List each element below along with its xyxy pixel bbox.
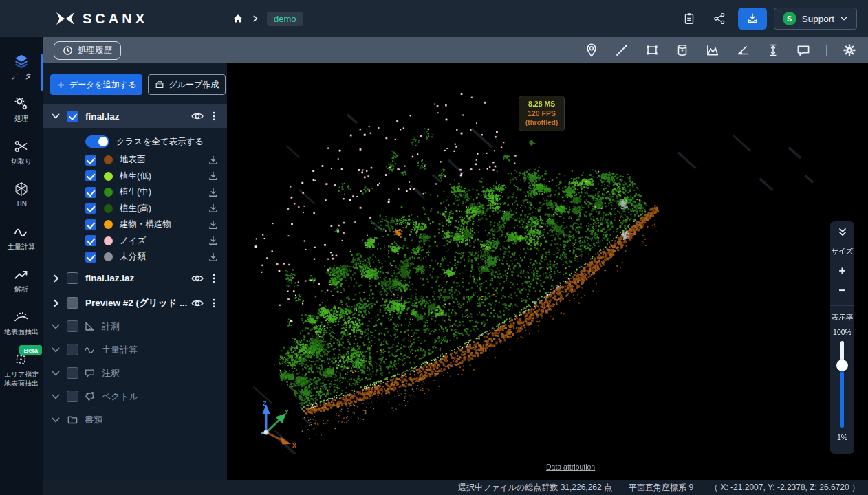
class-row: 地表面 bbox=[43, 152, 227, 168]
point-size-label: サイズ bbox=[831, 247, 853, 256]
app-logo[interactable]: SCANX bbox=[55, 11, 148, 27]
sidebar-item-analysis[interactable]: 解析 bbox=[0, 267, 43, 294]
download-icon[interactable] bbox=[208, 235, 219, 246]
support-button[interactable]: S Support bbox=[774, 8, 857, 30]
layer-row-final-laz-laz[interactable]: final.laz.laz bbox=[43, 267, 227, 290]
sidebar-item-tin[interactable]: TIN bbox=[0, 182, 43, 208]
wave-icon bbox=[84, 344, 96, 355]
home-icon[interactable] bbox=[232, 13, 243, 24]
class-row: 植生(中) bbox=[43, 184, 227, 201]
class-checkbox[interactable] bbox=[85, 219, 96, 230]
display-rate-slider[interactable] bbox=[836, 341, 849, 428]
install-button[interactable] bbox=[738, 8, 767, 30]
data-icon bbox=[14, 54, 29, 69]
section-checkbox[interactable] bbox=[67, 390, 78, 402]
tool-distance-measure-icon[interactable] bbox=[614, 43, 629, 58]
scanx-logo-icon bbox=[55, 11, 76, 26]
add-data-button[interactable]: データを追加する bbox=[50, 74, 142, 95]
clipboard-icon[interactable] bbox=[677, 7, 701, 30]
more-menu-icon[interactable] bbox=[208, 298, 219, 309]
tool-profile-measure-icon[interactable] bbox=[705, 43, 720, 58]
data-attribution-link[interactable]: Data attribution bbox=[546, 463, 595, 471]
more-menu-icon[interactable] bbox=[208, 273, 219, 284]
class-checkbox[interactable] bbox=[85, 187, 96, 198]
section-checkbox[interactable] bbox=[67, 320, 78, 332]
sidebar-item-label: TIN bbox=[12, 199, 30, 208]
panel-divider bbox=[830, 305, 854, 306]
tin-icon bbox=[14, 182, 29, 197]
sidebar-item-ground-extract[interactable]: 地表面抽出 bbox=[0, 309, 43, 336]
download-icon[interactable] bbox=[208, 203, 219, 214]
class-checkbox[interactable] bbox=[85, 203, 96, 214]
chevron-down-icon[interactable] bbox=[50, 415, 61, 426]
tool-height-measure-icon[interactable] bbox=[766, 43, 781, 58]
section-row-documents[interactable]: 書類 bbox=[43, 408, 227, 432]
sidebar-item-data[interactable]: データ bbox=[0, 54, 43, 80]
section-row-vector[interactable]: ベクトル bbox=[43, 385, 227, 408]
download-icon[interactable] bbox=[208, 219, 219, 230]
more-menu-icon[interactable] bbox=[208, 111, 219, 122]
class-row: 未分類 bbox=[43, 249, 227, 265]
download-icon[interactable] bbox=[208, 155, 219, 166]
class-checkbox[interactable] bbox=[85, 235, 96, 246]
cursor-coordinates: （ X: -21.2007, Y: -2.2378, Z: 26.6720 ） bbox=[710, 482, 860, 494]
collapse-panel-icon[interactable] bbox=[836, 227, 849, 238]
section-row-annotation[interactable]: 注釈 bbox=[43, 362, 227, 385]
download-icon[interactable] bbox=[208, 187, 219, 198]
sidebar-item-process[interactable]: 処理 bbox=[0, 96, 43, 123]
sidebar-item-clip[interactable]: 切取り bbox=[0, 139, 43, 166]
process-history-button[interactable]: 処理履歴 bbox=[54, 41, 121, 60]
chevron-down-icon[interactable] bbox=[50, 368, 61, 379]
share-icon[interactable] bbox=[708, 7, 731, 30]
layer-row-final-laz[interactable]: final.laz bbox=[43, 104, 227, 128]
slider-track-lower[interactable] bbox=[840, 366, 844, 428]
chevron-down-icon[interactable] bbox=[50, 344, 61, 355]
axis-gizmo[interactable]: Z Y X bbox=[252, 399, 305, 451]
layer-checkbox[interactable] bbox=[67, 297, 78, 309]
tool-volume-measure-icon[interactable] bbox=[675, 43, 690, 58]
class-color-dot bbox=[104, 204, 113, 213]
show-all-classes-toggle[interactable] bbox=[85, 135, 109, 148]
size-increase-button[interactable]: + bbox=[839, 265, 846, 276]
slider-thumb[interactable] bbox=[836, 360, 848, 371]
chevron-down-icon[interactable] bbox=[50, 321, 61, 332]
tool-angle-measure-icon[interactable] bbox=[735, 43, 750, 58]
download-icon[interactable] bbox=[208, 170, 219, 182]
eye-icon[interactable] bbox=[191, 109, 204, 123]
section-row-volume[interactable]: 土量計算 bbox=[43, 338, 227, 362]
size-decrease-button[interactable]: − bbox=[839, 285, 846, 296]
class-checkbox[interactable] bbox=[85, 170, 96, 182]
layer-checkbox[interactable] bbox=[67, 272, 78, 284]
eye-icon[interactable] bbox=[191, 272, 204, 285]
ruler-icon bbox=[84, 320, 96, 332]
section-row-measure[interactable]: 計測 bbox=[43, 315, 227, 338]
sidebar-item-label: 地表面抽出 bbox=[1, 327, 42, 336]
class-checkbox[interactable] bbox=[85, 252, 96, 263]
sidebar-item-label: 土量計算 bbox=[4, 242, 39, 251]
chevron-down-icon[interactable] bbox=[50, 391, 61, 402]
section-checkbox[interactable] bbox=[67, 367, 78, 379]
chevron-down-icon[interactable] bbox=[50, 111, 61, 122]
sidebar-item-volume-calc[interactable]: 土量計算 bbox=[0, 224, 43, 251]
sidebar-item-area-ground-extract[interactable]: Betaエリア指定地表面抽出 bbox=[0, 352, 43, 388]
tool-area-measure-icon[interactable] bbox=[644, 43, 660, 58]
chevron-right-icon[interactable] bbox=[50, 273, 61, 284]
section-checkbox[interactable] bbox=[67, 344, 78, 355]
layer-checkbox[interactable] bbox=[67, 111, 78, 122]
download-icon[interactable] bbox=[208, 252, 219, 263]
display-rate-min: 1% bbox=[837, 433, 847, 441]
chevron-right-icon[interactable] bbox=[50, 298, 61, 309]
eye-icon[interactable] bbox=[191, 296, 204, 310]
class-color-dot bbox=[104, 155, 113, 164]
tool-point-marker-icon[interactable] bbox=[584, 43, 599, 58]
tool-settings-icon[interactable] bbox=[842, 43, 857, 58]
status-bar: 選択中ファイルの総点群数 31,226,262 点 平面直角座標系 9 （ X:… bbox=[43, 480, 868, 495]
plus-icon bbox=[56, 80, 65, 89]
tool-comment-icon[interactable] bbox=[796, 43, 811, 58]
breadcrumb-project[interactable]: demo bbox=[267, 12, 303, 26]
axis-x-label: X bbox=[292, 442, 296, 449]
create-group-button[interactable]: グループ作成 bbox=[148, 74, 226, 95]
class-list: 地表面植生(低)植生(中)植生(高)建物・構造物ノイズ未分類 bbox=[43, 152, 227, 265]
class-checkbox[interactable] bbox=[85, 155, 96, 166]
layer-row-preview-2[interactable]: Preview #2 (グリッド ... bbox=[43, 292, 227, 315]
